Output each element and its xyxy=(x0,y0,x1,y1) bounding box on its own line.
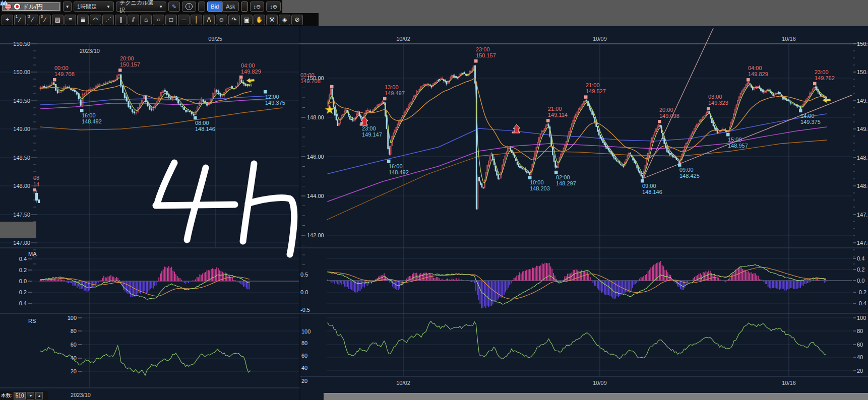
bar-chart-icon xyxy=(0,0,8,6)
horizontal-scrollbar[interactable] xyxy=(324,393,868,400)
bar-count-value: 510 xyxy=(14,392,26,399)
background-gap xyxy=(0,222,36,238)
bar-count-increase-button[interactable]: ▲ xyxy=(35,392,43,399)
chart-window-1h[interactable] xyxy=(300,26,868,400)
bar-count-statusbar: 本数: 510 ▼ ▲ xyxy=(0,391,48,400)
bar-count-decrease-button[interactable]: ▼ xyxy=(27,392,34,399)
chart-window-4h[interactable] xyxy=(0,26,300,400)
bar-count-label: 本数: xyxy=(1,392,13,399)
trading-app: 09/2510/0210/0910/16150.50150.00149.5014… xyxy=(0,0,868,400)
